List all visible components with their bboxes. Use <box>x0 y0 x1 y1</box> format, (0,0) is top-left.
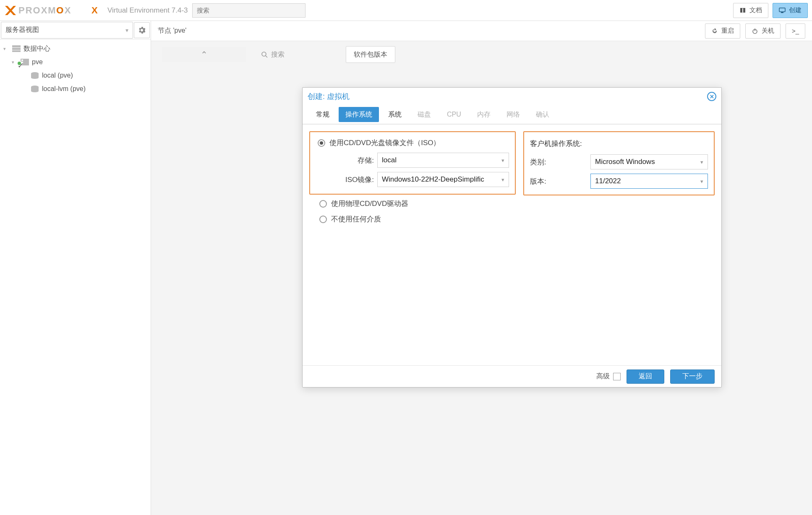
tree-label-local: local (pve) <box>42 72 73 79</box>
svg-rect-3 <box>779 8 785 12</box>
global-search-input[interactable] <box>192 3 305 18</box>
tab-confirm: 确认 <box>529 107 556 122</box>
iso-value: Windows10-22H2-DeepSimplific <box>382 175 484 184</box>
app-header: PROXMOX O X Virtual Environment 7.4-3 文档… <box>0 0 812 21</box>
dialog-titlebar: 创建: 虚拟机 ✕ <box>303 88 721 105</box>
svg-line-16 <box>266 56 267 57</box>
tab-cpu-label: CPU <box>447 111 461 118</box>
reload-icon <box>711 28 718 34</box>
svg-text:X: X <box>91 5 98 16</box>
radio-no-media[interactable]: 不使用任何介质 <box>319 214 516 224</box>
radio-use-iso[interactable]: 使用CD/DVD光盘镜像文件（ISO） <box>318 138 509 148</box>
radio-no-media-label: 不使用任何介质 <box>331 214 381 224</box>
proxmox-logo-icon: PROXMOX O X <box>4 4 101 17</box>
radio-use-iso-label: 使用CD/DVD光盘镜像文件（ISO） <box>329 138 440 148</box>
close-icon: ✕ <box>710 94 714 100</box>
iso-select[interactable]: Windows10-22H2-DeepSimplific ▾ <box>377 172 509 187</box>
resource-tree: ▾ 数据中心 ▾ ✓ pve local (pve) <box>0 39 151 98</box>
radio-selected-icon <box>318 139 325 147</box>
tab-system[interactable]: 系统 <box>381 107 408 122</box>
tab-os[interactable]: 操作系统 <box>339 107 379 122</box>
guest-type-label: 类别: <box>530 157 587 167</box>
next-button[interactable]: 下一步 <box>670 369 715 384</box>
sidebar-settings-button[interactable] <box>134 22 150 38</box>
radio-unselected-icon <box>319 216 327 223</box>
content-subbar: ⌃ 搜索 软件包版本 <box>151 41 812 63</box>
svg-text:PROXMOX: PROXMOX <box>18 5 71 16</box>
other-media-options: 使用物理CD/DVD驱动器 不使用任何介质 <box>318 199 516 224</box>
chevron-down-icon: ▾ <box>125 27 128 34</box>
status-online-icon: ✓ <box>17 61 22 66</box>
svg-point-15 <box>262 52 266 56</box>
advanced-toggle[interactable]: 高级 <box>596 372 621 381</box>
tab-system-label: 系统 <box>388 110 402 119</box>
guest-type-row: 类别: Microsoft Windows ▾ <box>530 154 708 169</box>
package-versions-button[interactable]: 软件包版本 <box>346 46 395 63</box>
back-button[interactable]: 返回 <box>627 369 664 384</box>
content-toolbar: 节点 'pve' 重启 关机 >_ <box>151 21 812 41</box>
package-versions-label: 软件包版本 <box>354 51 387 58</box>
chevron-down-icon: ▾ <box>700 159 703 165</box>
storage-row: 存储: local ▾ <box>316 153 509 168</box>
brand-logo: PROXMOX O X <box>4 4 101 17</box>
guest-version-value: 11/2022 <box>595 177 621 185</box>
gear-icon <box>138 27 145 34</box>
storage-value: local <box>382 156 397 164</box>
view-mode-select[interactable]: 服务器视图 ▾ <box>1 22 133 39</box>
iso-label: ISO镜像: <box>316 175 374 185</box>
next-button-label: 下一步 <box>682 372 702 381</box>
wizard-tabs: 常规 操作系统 系统 磁盘 CPU 内存 网络 确认 <box>303 105 721 125</box>
shell-button-label: >_ <box>792 27 799 34</box>
tab-disks: 磁盘 <box>411 107 438 122</box>
dialog-title: 创建: 虚拟机 <box>308 91 350 101</box>
node-title: 节点 'pve' <box>158 26 186 35</box>
chevron-down-icon: ▾ <box>501 157 504 164</box>
content-area: 节点 'pve' 重启 关机 >_ ⌃ 搜索 软件包版本 <box>151 21 812 515</box>
tab-confirm-label: 确认 <box>536 110 549 119</box>
sidebar: 服务器视图 ▾ ▾ 数据中心 ▾ ✓ pve <box>0 21 151 515</box>
guest-type-value: Microsoft Windows <box>595 158 655 166</box>
tree-item-node-pve[interactable]: ▾ ✓ pve <box>0 55 151 69</box>
dialog-footer: 高级 返回 下一步 <box>303 365 721 387</box>
docs-button-label: 文档 <box>749 6 762 14</box>
guest-type-select[interactable]: Microsoft Windows ▾ <box>590 154 708 169</box>
checkbox-unchecked-icon <box>613 373 621 380</box>
radio-physical-drive[interactable]: 使用物理CD/DVD驱动器 <box>319 199 516 208</box>
guest-version-label: 版本: <box>530 177 587 186</box>
create-button[interactable]: 创建 <box>773 3 808 18</box>
storage-icon <box>30 72 39 79</box>
storage-icon <box>30 85 39 93</box>
tree-item-datacenter[interactable]: ▾ 数据中心 <box>0 42 151 55</box>
tab-network-label: 网络 <box>507 110 520 119</box>
tree-item-storage-local[interactable]: local (pve) <box>0 69 151 82</box>
chevron-up-icon[interactable]: ⌃ <box>162 47 246 62</box>
back-button-label: 返回 <box>639 372 652 381</box>
svg-rect-5 <box>12 45 21 47</box>
svg-text:O: O <box>56 5 63 16</box>
docs-button[interactable]: 文档 <box>733 3 768 18</box>
restart-button-label: 重启 <box>721 27 734 35</box>
tab-general[interactable]: 常规 <box>309 107 336 122</box>
sidebar-view-head: 服务器视图 ▾ <box>0 21 151 39</box>
radio-physical-label: 使用物理CD/DVD驱动器 <box>331 199 408 208</box>
guest-version-select[interactable]: 11/2022 ▾ <box>590 174 708 189</box>
shutdown-button[interactable]: 关机 <box>745 23 781 39</box>
shell-button[interactable]: >_ <box>786 23 805 39</box>
restart-button[interactable]: 重启 <box>705 23 740 39</box>
search-icon <box>261 51 268 58</box>
dialog-close-button[interactable]: ✕ <box>707 92 716 101</box>
shutdown-button-label: 关机 <box>762 27 774 35</box>
svg-rect-14 <box>755 29 755 31</box>
svg-rect-9 <box>21 60 23 61</box>
app-version: Virtual Environment 7.4-3 <box>107 6 188 15</box>
chevron-down-icon: ▾ <box>501 177 504 183</box>
content-search[interactable]: 搜索 <box>261 50 285 59</box>
svg-rect-7 <box>12 50 21 52</box>
tab-memory-label: 内存 <box>477 110 491 119</box>
collapse-icon: ▾ <box>3 46 9 52</box>
storage-select[interactable]: local ▾ <box>377 153 509 168</box>
guest-os-panel: 客户机操作系统: 类别: Microsoft Windows ▾ 版本: 11/… <box>523 131 715 195</box>
monitor-icon <box>779 7 786 14</box>
tree-item-storage-locallvm[interactable]: local-lvm (pve) <box>0 82 151 96</box>
tree-label-locallvm: local-lvm (pve) <box>42 85 86 93</box>
